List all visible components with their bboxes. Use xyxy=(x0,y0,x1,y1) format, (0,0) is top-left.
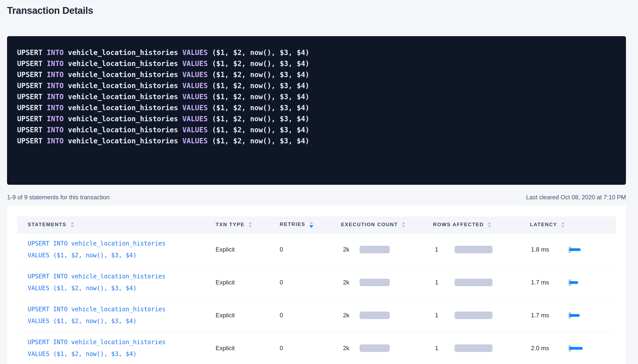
column-header-retries[interactable]: RETRIES xyxy=(280,216,341,233)
latency-bar-chart xyxy=(568,345,583,352)
table-row: UPSERT INTO vehicle_location_historiesVA… xyxy=(17,266,616,299)
retries-cell: 0 xyxy=(280,266,341,299)
latency-bar xyxy=(569,314,580,317)
table-row: UPSERT INTO vehicle_location_historiesVA… xyxy=(17,299,616,332)
latency-value: 1.7 ms xyxy=(531,279,568,286)
statement-link-line1: UPSERT INTO vehicle_location_histories xyxy=(28,271,166,282)
sql-keyword: INTO xyxy=(47,93,64,101)
sql-keyword: VALUES xyxy=(182,93,208,101)
execution-count-cell: 2k xyxy=(341,299,433,332)
sort-desc-arrow-icon xyxy=(249,225,252,228)
execution-count-cell: 2k xyxy=(341,266,433,299)
statement-link[interactable]: UPSERT INTO vehicle_location_historiesVA… xyxy=(28,336,166,360)
latency-value: 1.7 ms xyxy=(531,312,568,319)
execution-count-metric: 2k xyxy=(341,344,433,352)
sql-statement-line: UPSERT INTO vehicle_location_histories V… xyxy=(17,80,616,91)
sort-icon[interactable] xyxy=(309,222,313,228)
sql-keyword: INTO xyxy=(47,115,64,123)
rows-affected-metric: 1 xyxy=(433,246,530,253)
rows-affected-cell: 1 xyxy=(433,233,530,266)
retries-cell: 0 xyxy=(280,332,341,364)
sql-keyword: VALUES xyxy=(182,126,208,134)
rows-affected-bar xyxy=(455,279,493,286)
sql-text: ($1, $2, now(), $3, $4) xyxy=(208,137,310,145)
table-row: UPSERT INTO vehicle_location_historiesVA… xyxy=(17,233,616,266)
sort-icon[interactable] xyxy=(488,222,491,228)
sql-keyword: INTO xyxy=(47,48,64,57)
sql-keyword: INTO xyxy=(47,82,64,90)
txn-type-cell: Explicit xyxy=(216,266,280,299)
sort-asc-arrow-icon xyxy=(561,222,565,224)
sort-icon[interactable] xyxy=(402,222,405,228)
sql-text: ($1, $2, now(), $3, $4) xyxy=(208,104,310,112)
statement-link-line1: UPSERT INTO vehicle_location_histories xyxy=(28,304,166,315)
sql-text: UPSERT xyxy=(17,126,47,134)
sort-icon[interactable] xyxy=(71,222,74,228)
sql-text: vehicle_location_histories xyxy=(64,115,182,123)
statement-link[interactable]: UPSERT INTO vehicle_location_historiesVA… xyxy=(28,238,166,261)
sql-text: vehicle_location_histories xyxy=(64,104,182,112)
sql-text: UPSERT xyxy=(17,104,47,112)
execution-count-bar xyxy=(360,344,390,352)
latency-bar xyxy=(569,281,578,284)
execution-count-value: 2k xyxy=(343,246,360,253)
column-header-statements[interactable]: STATEMENTS xyxy=(17,216,216,233)
sql-statement-line: UPSERT INTO vehicle_location_histories V… xyxy=(17,91,616,102)
rows-affected-bar xyxy=(455,312,493,319)
sql-statement-line: UPSERT INTO vehicle_location_histories V… xyxy=(17,47,616,58)
execution-count-metric: 2k xyxy=(341,312,433,319)
latency-metric: 1.8 ms xyxy=(530,246,616,253)
sort-desc-arrow-icon xyxy=(561,225,565,228)
rows-affected-bar xyxy=(455,344,493,352)
sql-text: UPSERT xyxy=(17,59,47,68)
sql-text: vehicle_location_histories xyxy=(64,71,182,79)
sql-text: UPSERT xyxy=(17,48,47,57)
column-header-execution-count[interactable]: EXECUTION COUNT xyxy=(341,216,433,233)
sort-icon[interactable] xyxy=(561,222,565,228)
sql-text: ($1, $2, now(), $3, $4) xyxy=(208,71,310,79)
statement-cell: UPSERT INTO vehicle_location_historiesVA… xyxy=(17,332,216,364)
statement-cell: UPSERT INTO vehicle_location_historiesVA… xyxy=(17,299,216,332)
column-header-latency[interactable]: LATENCY xyxy=(530,216,616,233)
sql-text: UPSERT xyxy=(17,137,47,145)
rows-affected-cell: 1 xyxy=(433,332,530,364)
latency-cell: 2.0 ms xyxy=(530,332,616,364)
retries-cell: 0 xyxy=(280,299,341,332)
latency-value: 1.8 ms xyxy=(531,246,568,253)
sql-keyword: VALUES xyxy=(182,115,208,123)
statement-link[interactable]: UPSERT INTO vehicle_location_historiesVA… xyxy=(28,271,166,294)
page-title: Transaction Details xyxy=(7,0,626,16)
last-cleared-text: Last cleared Oct 08, 2020 at 7:10 PM xyxy=(526,194,626,201)
statement-link[interactable]: UPSERT INTO vehicle_location_historiesVA… xyxy=(28,304,166,327)
column-header-rows-affected[interactable]: ROWS AFFECTED xyxy=(433,216,530,233)
execution-count-bar xyxy=(360,246,390,253)
summary-row: 1-9 of 9 statements for this transaction… xyxy=(7,194,626,201)
column-header-label: LATENCY xyxy=(530,222,557,227)
column-header-label: TXN TYPE xyxy=(216,222,244,227)
statements-count-text: 1-9 of 9 statements for this transaction xyxy=(7,194,110,201)
sql-keyword: INTO xyxy=(47,126,64,134)
column-header-txn-type[interactable]: TXN TYPE xyxy=(216,216,280,233)
rows-affected-value: 1 xyxy=(435,312,455,319)
sort-icon[interactable] xyxy=(249,222,252,228)
sql-text: vehicle_location_histories xyxy=(64,93,182,101)
sort-desc-arrow-icon xyxy=(402,225,405,228)
sql-keyword: INTO xyxy=(47,104,64,112)
execution-count-value: 2k xyxy=(343,279,360,286)
sql-text: vehicle_location_histories xyxy=(64,126,182,134)
sql-keyword: VALUES xyxy=(182,137,208,145)
transaction-details-page: Transaction Details UPSERT INTO vehicle_… xyxy=(0,0,638,364)
execution-count-metric: 2k xyxy=(341,246,433,253)
rows-affected-bar xyxy=(455,246,493,253)
rows-affected-value: 1 xyxy=(435,345,455,352)
sort-asc-arrow-icon xyxy=(488,222,491,224)
sql-keyword: VALUES xyxy=(182,104,208,112)
sort-asc-arrow-icon xyxy=(71,222,74,224)
sort-asc-arrow-icon xyxy=(249,222,252,224)
statement-link-line1: UPSERT INTO vehicle_location_histories xyxy=(28,238,166,250)
sql-text: ($1, $2, now(), $3, $4) xyxy=(208,126,310,134)
rows-affected-value: 1 xyxy=(435,279,455,286)
sql-statement-line: UPSERT INTO vehicle_location_histories V… xyxy=(17,69,616,80)
execution-count-value: 2k xyxy=(343,312,360,319)
execution-count-bar xyxy=(360,279,390,286)
